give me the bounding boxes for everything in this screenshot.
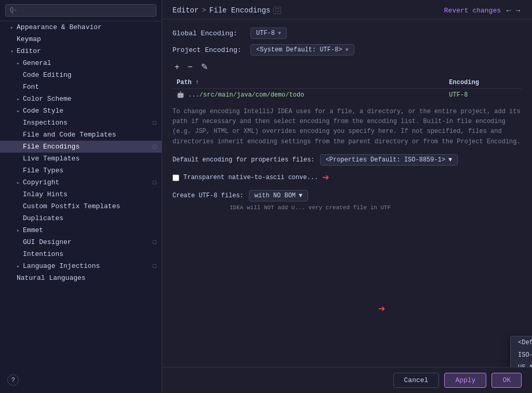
props-value: <Properties Default: ISO-8859-1>: [326, 156, 445, 164]
sidebar-item-code-editing[interactable]: Code Editing: [0, 69, 162, 81]
transparent-label: Transparent native-to-ascii conve...: [183, 174, 318, 181]
transparent-row: Transparent native-to-ascii conve... ➜: [172, 171, 522, 185]
red-arrow-2: ➜: [378, 303, 385, 316]
sidebar-items: ▸Appearance & BehaviorKeymap▾Editor▸Gene…: [0, 21, 162, 284]
utf8-row: Create UTF-8 files: with NO BOM ▼: [172, 190, 522, 201]
cancel-button[interactable]: Cancel: [393, 373, 440, 388]
file-icon: 🤖: [177, 91, 184, 99]
dropdown-item-label: <Default>: [518, 339, 532, 346]
sidebar-item-font[interactable]: Font: [0, 81, 162, 93]
chevron-down-icon: ▾: [10, 48, 14, 55]
sidebar-item-label-inlay-hints: Inlay Hints: [23, 191, 68, 198]
global-encoding-dropdown[interactable]: UTF-8 ▼: [250, 28, 287, 39]
col-path[interactable]: Path ↑: [172, 77, 445, 89]
edit-button[interactable]: ✎: [199, 61, 210, 73]
sidebar-item-label-file-encodings: File Encodings: [23, 143, 79, 151]
chevron-right-icon: ▸: [10, 24, 14, 31]
transparent-checkbox[interactable]: [172, 174, 179, 181]
chevron-right-icon: ▸: [17, 96, 20, 102]
sidebar-item-copyright[interactable]: ▸Copyright□: [0, 177, 162, 188]
dropdown-item-label: US-ASCII: [518, 364, 532, 367]
sidebar-item-label-inspections: Inspections: [23, 119, 68, 127]
sidebar-item-color-scheme[interactable]: ▸Color Scheme: [0, 93, 162, 105]
dropdown-item--default-[interactable]: <Default>: [511, 336, 532, 349]
revert-button[interactable]: Revert changes: [444, 7, 501, 15]
sidebar-item-label-code-editing: Code Editing: [23, 71, 72, 79]
sidebar-item-general[interactable]: ▸General: [0, 57, 162, 69]
add-button[interactable]: +: [172, 61, 181, 73]
ok-button[interactable]: OK: [491, 373, 522, 388]
dropdown-item-us-ascii[interactable]: US-ASCII: [511, 361, 532, 367]
sidebar-item-gui-designer[interactable]: GUI Designer□: [0, 236, 162, 248]
idea-note: IDEA will NOT add U... very created file…: [230, 205, 522, 211]
chevron-right-icon: ▸: [17, 108, 20, 114]
sidebar-item-intentions[interactable]: Intentions: [0, 248, 162, 260]
back-button[interactable]: ←: [505, 6, 512, 15]
sidebar-item-label-appearance: Appearance & Behavior: [17, 23, 102, 31]
help-button[interactable]: ?: [7, 374, 19, 386]
global-encoding-label: Global Encoding:: [172, 30, 245, 37]
props-arrow: ▼: [448, 156, 452, 164]
properties-row: Default encoding for properties files: <…: [172, 154, 522, 166]
forward-button[interactable]: →: [514, 6, 522, 15]
content-header: Editor > File Encodings □ Revert changes…: [162, 0, 532, 19]
sidebar-item-file-code-templates[interactable]: File and Code Templates: [0, 129, 162, 141]
global-encoding-arrow: ▼: [278, 31, 281, 36]
sidebar-item-label-keymap: Keymap: [17, 35, 41, 43]
file-table: Path ↑ Encoding 🤖 .../src/main/java/com/…: [172, 77, 522, 101]
sidebar-item-label-font: Font: [23, 83, 39, 91]
remove-button[interactable]: −: [185, 61, 194, 73]
chevron-right-icon: ▸: [17, 180, 20, 186]
header-actions: Revert changes ← →: [444, 6, 522, 15]
project-encoding-dropdown[interactable]: <System Default: UTF-8> ▼: [250, 44, 354, 56]
search-input[interactable]: [5, 4, 156, 17]
sidebar-item-label-emmet: Emmet: [23, 226, 43, 234]
sidebar-item-language-injections[interactable]: ▸Language Injections□: [0, 260, 162, 272]
sidebar-item-label-copyright: Copyright: [23, 179, 59, 186]
sidebar-item-appearance[interactable]: ▸Appearance & Behavior: [0, 21, 162, 33]
sidebar-item-inlay-hints[interactable]: Inlay Hints: [0, 188, 162, 200]
with-no-bom-arrow: ▼: [299, 192, 302, 199]
nav-arrows: ← →: [505, 6, 522, 15]
sidebar-badge-copyright: □: [153, 180, 156, 186]
content-body: Global Encoding: UTF-8 ▼ Project Encodin…: [162, 19, 532, 367]
sidebar-item-keymap[interactable]: Keymap: [0, 33, 162, 45]
sidebar-item-code-style[interactable]: ▸Code Style: [0, 105, 162, 117]
content-area: Editor > File Encodings □ Revert changes…: [162, 0, 532, 393]
chevron-right-icon: ▸: [17, 227, 20, 234]
sidebar-item-custom-postfix[interactable]: Custom Postfix Templates: [0, 200, 162, 212]
sidebar-item-label-natural-languages: Natural Languages: [17, 274, 86, 282]
project-encoding-label: Project Encoding:: [172, 46, 245, 54]
sidebar-item-inspections[interactable]: Inspections□: [0, 117, 162, 129]
sidebar-item-label-file-types: File Types: [23, 167, 63, 174]
global-encoding-value: UTF-8: [256, 30, 275, 37]
table-row[interactable]: 🤖 .../src/main/java/com/demo/todoUTF-8: [172, 89, 522, 101]
sidebar-item-duplicates[interactable]: Duplicates: [0, 212, 162, 224]
project-encoding-arrow: ▼: [345, 47, 349, 53]
with-no-bom-dropdown[interactable]: with NO BOM ▼: [249, 190, 308, 201]
with-no-bom-value: with NO BOM: [255, 192, 296, 199]
footer: Cancel Apply OK: [162, 367, 532, 393]
props-dropdown[interactable]: <Properties Default: ISO-8859-1> ▼: [320, 154, 458, 166]
file-toolbar: + − ✎: [172, 61, 522, 73]
apply-button[interactable]: Apply: [444, 373, 486, 388]
sidebar-item-natural-languages[interactable]: Natural Languages: [0, 272, 162, 284]
col-encoding[interactable]: Encoding: [445, 77, 522, 89]
sidebar-item-label-live-templates: Live Templates: [23, 155, 79, 162]
project-encoding-row: Project Encoding: <System Default: UTF-8…: [172, 44, 522, 56]
sidebar-item-file-types[interactable]: File Types: [0, 165, 162, 177]
sidebar-item-label-gui-designer: GUI Designer: [23, 238, 72, 246]
red-arrow-1: ➜: [322, 171, 329, 185]
sidebar-badge-file-encodings: □: [153, 144, 156, 150]
red-arrow-2-container: ➜: [378, 302, 385, 316]
dropdown-item-iso-8859-1[interactable]: ISO-8859-1: [511, 349, 532, 361]
lock-icon: □: [273, 7, 281, 14]
sidebar-item-label-editor: Editor: [17, 47, 41, 55]
sidebar-item-emmet[interactable]: ▸Emmet: [0, 224, 162, 236]
breadcrumb-separator: >: [202, 6, 206, 15]
sidebar-item-editor[interactable]: ▾Editor: [0, 45, 162, 57]
sidebar: ▸Appearance & BehaviorKeymap▾Editor▸Gene…: [0, 0, 162, 393]
sidebar-item-file-encodings[interactable]: File Encodings□: [0, 141, 162, 153]
sidebar-item-live-templates[interactable]: Live Templates: [0, 153, 162, 165]
sidebar-item-label-duplicates: Duplicates: [23, 214, 63, 222]
